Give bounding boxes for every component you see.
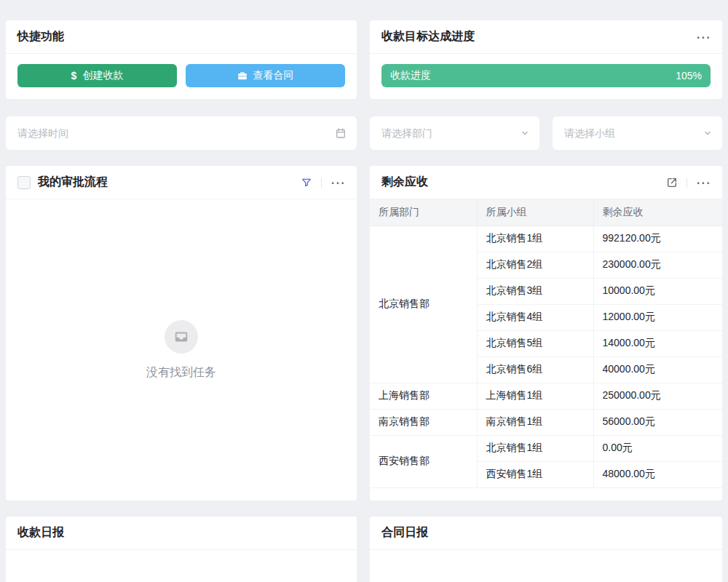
filter-row xyxy=(6,116,722,150)
external-link-icon[interactable] xyxy=(666,177,678,188)
department-cell: 南京销售部 xyxy=(370,409,477,435)
progress-bar-fill: 收款进度 105% xyxy=(381,64,711,87)
view-contract-label: 查看合同 xyxy=(253,69,294,82)
receivable-table-body: 北京销售部北京销售1组992120.00元北京销售2组230000.00元北京销… xyxy=(370,226,722,487)
approval-card-title: 我的审批流程 xyxy=(38,175,108,190)
table-header-row: 所属部门 所属小组 剩余应收 xyxy=(370,199,722,226)
amount-cell: 12000.00元 xyxy=(593,304,722,330)
main-row: 我的审批流程 ⋯ 没有找到任务 剩余 xyxy=(6,166,722,501)
group-select[interactable] xyxy=(553,116,722,150)
group-cell: 北京销售2组 xyxy=(477,252,593,278)
dollar-icon: $ xyxy=(71,70,77,81)
payment-daily-title: 收款日报 xyxy=(17,525,64,541)
table-row: 北京销售部北京销售1组992120.00元 xyxy=(370,226,722,252)
create-payment-button[interactable]: $ 创建收款 xyxy=(17,64,177,87)
department-select[interactable] xyxy=(370,116,539,150)
department-cell: 西安销售部 xyxy=(370,435,477,487)
column-group: 所属小组 xyxy=(477,199,593,226)
receivable-card-actions: ⋯ xyxy=(666,175,711,190)
group-cell: 北京销售1组 xyxy=(477,226,593,252)
payment-daily-header: 收款日报 xyxy=(6,517,357,550)
calendar-icon xyxy=(335,127,347,139)
receivable-card-header: 剩余应收 ⋯ xyxy=(370,166,722,199)
department-select-input[interactable] xyxy=(380,127,521,140)
quick-actions-title: 快捷功能 xyxy=(17,29,64,44)
contract-daily-header: 合同日报 xyxy=(370,517,722,550)
progress-card-header: 收款目标达成进度 ⋯ xyxy=(370,20,722,54)
group-cell: 北京销售1组 xyxy=(477,435,593,461)
amount-cell: 0.00元 xyxy=(593,435,722,461)
column-amount: 剩余应收 xyxy=(593,199,722,226)
select-all-checkbox[interactable] xyxy=(17,176,31,189)
approval-card: 我的审批流程 ⋯ 没有找到任务 xyxy=(6,166,357,501)
progress-bar-label: 收款进度 xyxy=(390,69,431,82)
group-cell: 北京销售3组 xyxy=(477,278,593,304)
progress-card-title: 收款目标达成进度 xyxy=(381,29,475,44)
receivable-card-title: 剩余应收 xyxy=(381,175,428,190)
chevron-down-icon xyxy=(521,129,529,137)
time-select[interactable] xyxy=(6,116,357,150)
divider xyxy=(321,178,322,188)
amount-cell: 250000.00元 xyxy=(593,383,722,409)
dashboard: 快捷功能 $ 创建收款 查看合同 收款目标达成进度 ⋯ xyxy=(0,0,728,582)
amount-cell: 14000.00元 xyxy=(593,330,722,356)
divider xyxy=(687,178,687,188)
group-cell: 上海销售1组 xyxy=(477,383,593,409)
approval-card-actions: ⋯ xyxy=(301,175,345,190)
table-row: 西安销售部北京销售1组0.00元 xyxy=(370,435,722,461)
amount-cell: 40000.00元 xyxy=(593,356,722,383)
more-icon[interactable]: ⋯ xyxy=(696,175,711,190)
approval-card-header: 我的审批流程 ⋯ xyxy=(6,166,357,199)
filter-icon[interactable] xyxy=(301,177,312,188)
quick-actions-card: 快捷功能 $ 创建收款 查看合同 xyxy=(6,20,357,99)
table-row: 南京销售部南京销售1组56000.00元 xyxy=(370,409,722,435)
more-icon[interactable]: ⋯ xyxy=(331,175,345,190)
quick-actions-header: 快捷功能 xyxy=(6,20,357,54)
column-department: 所属部门 xyxy=(370,199,477,226)
group-cell: 西安销售1组 xyxy=(477,461,593,487)
bottom-row: 收款日报 合同日报 xyxy=(6,517,722,582)
progress-body: 收款进度 105% xyxy=(370,54,722,99)
group-cell: 北京销售4组 xyxy=(477,304,593,330)
top-row: 快捷功能 $ 创建收款 查看合同 收款目标达成进度 ⋯ xyxy=(6,20,722,99)
inbox-icon xyxy=(173,329,189,345)
empty-state-circle xyxy=(165,320,198,354)
progress-bar: 收款进度 105% xyxy=(381,64,711,87)
group-cell: 南京销售1组 xyxy=(477,409,593,435)
empty-state-text: 没有找到任务 xyxy=(146,365,216,380)
department-cell: 北京销售部 xyxy=(370,226,477,383)
more-icon[interactable]: ⋯ xyxy=(696,30,711,44)
group-select-input[interactable] xyxy=(563,127,703,140)
receivable-table: 所属部门 所属小组 剩余应收 北京销售部北京销售1组992120.00元北京销售… xyxy=(370,199,722,488)
payment-daily-card: 收款日报 xyxy=(6,517,357,582)
group-cell: 北京销售5组 xyxy=(477,330,593,356)
department-cell: 上海销售部 xyxy=(370,383,477,409)
filter-row-right xyxy=(370,116,722,150)
empty-state: 没有找到任务 xyxy=(6,199,357,501)
quick-actions-body: $ 创建收款 查看合同 xyxy=(6,54,357,99)
time-select-input[interactable] xyxy=(16,127,335,140)
contract-daily-card: 合同日报 xyxy=(370,517,722,582)
briefcase-icon xyxy=(237,71,248,81)
receivable-card: 剩余应收 ⋯ 所属部门 所属小组 剩余应收 xyxy=(370,166,722,501)
view-contract-button[interactable]: 查看合同 xyxy=(186,64,345,87)
table-row: 上海销售部上海销售1组250000.00元 xyxy=(370,383,722,409)
create-payment-label: 创建收款 xyxy=(82,69,123,82)
progress-card: 收款目标达成进度 ⋯ 收款进度 105% xyxy=(370,20,722,99)
group-cell: 北京销售6组 xyxy=(477,356,593,383)
progress-bar-value: 105% xyxy=(676,70,702,81)
amount-cell: 56000.00元 xyxy=(593,409,722,435)
amount-cell: 230000.00元 xyxy=(593,252,722,278)
chevron-down-icon xyxy=(703,129,712,137)
amount-cell: 10000.00元 xyxy=(593,278,722,304)
amount-cell: 992120.00元 xyxy=(593,226,722,252)
contract-daily-title: 合同日报 xyxy=(381,525,428,541)
amount-cell: 48000.00元 xyxy=(593,461,722,487)
progress-card-actions: ⋯ xyxy=(696,30,711,44)
